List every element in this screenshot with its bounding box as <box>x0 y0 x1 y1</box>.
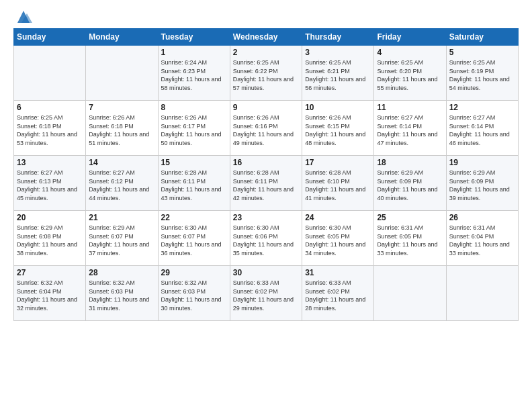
day-cell: 16Sunrise: 6:28 AMSunset: 6:11 PMDayligh… <box>230 156 302 211</box>
day-cell: 15Sunrise: 6:28 AMSunset: 6:11 PMDayligh… <box>158 156 230 211</box>
day-number: 8 <box>161 103 227 112</box>
day-info: Sunrise: 6:32 AMSunset: 6:03 PMDaylight:… <box>89 279 154 312</box>
weekday-header-sunday: Sunday <box>14 29 86 46</box>
day-number: 3 <box>305 48 371 57</box>
day-number: 23 <box>233 213 299 222</box>
day-cell: 11Sunrise: 6:27 AMSunset: 6:14 PMDayligh… <box>374 101 446 156</box>
day-info: Sunrise: 6:30 AMSunset: 6:07 PMDaylight:… <box>161 224 227 257</box>
day-info: Sunrise: 6:27 AMSunset: 6:14 PMDaylight:… <box>377 113 443 147</box>
day-cell: 22Sunrise: 6:30 AMSunset: 6:07 PMDayligh… <box>158 211 230 266</box>
day-number: 14 <box>89 158 154 167</box>
day-number: 5 <box>449 48 515 57</box>
week-row-4: 20Sunrise: 6:29 AMSunset: 6:08 PMDayligh… <box>14 211 519 266</box>
day-info: Sunrise: 6:26 AMSunset: 6:16 PMDaylight:… <box>233 113 299 147</box>
day-cell: 30Sunrise: 6:33 AMSunset: 6:02 PMDayligh… <box>230 266 302 321</box>
day-number: 7 <box>89 103 154 112</box>
day-number: 18 <box>377 158 443 167</box>
week-row-2: 6Sunrise: 6:25 AMSunset: 6:18 PMDaylight… <box>14 101 519 156</box>
day-number: 22 <box>161 213 227 222</box>
day-number: 26 <box>449 213 515 222</box>
day-info: Sunrise: 6:27 AMSunset: 6:12 PMDaylight:… <box>89 169 154 202</box>
day-cell <box>374 266 446 321</box>
day-number: 19 <box>449 158 515 167</box>
day-info: Sunrise: 6:25 AMSunset: 6:18 PMDaylight:… <box>17 113 83 147</box>
day-number: 20 <box>17 213 83 222</box>
header <box>13 11 519 21</box>
page: SundayMondayTuesdayWednesdayThursdayFrid… <box>0 0 532 411</box>
day-number: 24 <box>305 213 371 222</box>
logo <box>13 11 32 21</box>
day-cell: 2Sunrise: 6:25 AMSunset: 6:22 PMDaylight… <box>230 46 302 101</box>
day-cell <box>446 266 518 321</box>
day-info: Sunrise: 6:32 AMSunset: 6:03 PMDaylight:… <box>161 279 227 312</box>
day-info: Sunrise: 6:26 AMSunset: 6:15 PMDaylight:… <box>305 113 371 147</box>
weekday-header-row: SundayMondayTuesdayWednesdayThursdayFrid… <box>14 29 519 46</box>
day-number: 4 <box>377 48 443 57</box>
day-number: 29 <box>161 268 227 277</box>
day-number: 2 <box>233 48 299 57</box>
day-cell: 29Sunrise: 6:32 AMSunset: 6:03 PMDayligh… <box>158 266 230 321</box>
day-info: Sunrise: 6:26 AMSunset: 6:18 PMDaylight:… <box>89 113 154 147</box>
day-cell: 27Sunrise: 6:32 AMSunset: 6:04 PMDayligh… <box>14 266 86 321</box>
day-cell: 23Sunrise: 6:30 AMSunset: 6:06 PMDayligh… <box>230 211 302 266</box>
day-info: Sunrise: 6:30 AMSunset: 6:06 PMDaylight:… <box>233 224 299 257</box>
day-info: Sunrise: 6:28 AMSunset: 6:11 PMDaylight:… <box>233 169 299 202</box>
weekday-header-wednesday: Wednesday <box>230 29 302 46</box>
day-number: 9 <box>233 103 299 112</box>
week-row-1: 1Sunrise: 6:24 AMSunset: 6:23 PMDaylight… <box>14 46 519 101</box>
day-cell <box>86 46 158 101</box>
day-cell: 25Sunrise: 6:31 AMSunset: 6:05 PMDayligh… <box>374 211 446 266</box>
day-cell: 17Sunrise: 6:28 AMSunset: 6:10 PMDayligh… <box>302 156 374 211</box>
day-info: Sunrise: 6:29 AMSunset: 6:08 PMDaylight:… <box>17 224 83 257</box>
day-number: 6 <box>17 103 83 112</box>
day-info: Sunrise: 6:31 AMSunset: 6:05 PMDaylight:… <box>377 224 443 257</box>
day-cell: 14Sunrise: 6:27 AMSunset: 6:12 PMDayligh… <box>86 156 158 211</box>
day-cell: 9Sunrise: 6:26 AMSunset: 6:16 PMDaylight… <box>230 101 302 156</box>
day-info: Sunrise: 6:28 AMSunset: 6:10 PMDaylight:… <box>305 169 371 202</box>
day-cell: 24Sunrise: 6:30 AMSunset: 6:05 PMDayligh… <box>302 211 374 266</box>
day-info: Sunrise: 6:31 AMSunset: 6:04 PMDaylight:… <box>449 224 515 257</box>
logo-icon <box>15 9 32 24</box>
day-cell: 3Sunrise: 6:25 AMSunset: 6:21 PMDaylight… <box>302 46 374 101</box>
day-number: 11 <box>377 103 443 112</box>
day-number: 10 <box>305 103 371 112</box>
day-number: 30 <box>233 268 299 277</box>
day-info: Sunrise: 6:33 AMSunset: 6:02 PMDaylight:… <box>233 279 299 312</box>
day-number: 25 <box>377 213 443 222</box>
day-cell: 8Sunrise: 6:26 AMSunset: 6:17 PMDaylight… <box>158 101 230 156</box>
day-info: Sunrise: 6:28 AMSunset: 6:11 PMDaylight:… <box>161 169 227 202</box>
day-info: Sunrise: 6:24 AMSunset: 6:23 PMDaylight:… <box>161 58 227 92</box>
day-info: Sunrise: 6:25 AMSunset: 6:22 PMDaylight:… <box>233 58 299 92</box>
day-info: Sunrise: 6:32 AMSunset: 6:04 PMDaylight:… <box>17 279 83 312</box>
day-cell <box>14 46 86 101</box>
day-cell: 1Sunrise: 6:24 AMSunset: 6:23 PMDaylight… <box>158 46 230 101</box>
day-cell: 7Sunrise: 6:26 AMSunset: 6:18 PMDaylight… <box>86 101 158 156</box>
day-cell: 13Sunrise: 6:27 AMSunset: 6:13 PMDayligh… <box>14 156 86 211</box>
day-cell: 6Sunrise: 6:25 AMSunset: 6:18 PMDaylight… <box>14 101 86 156</box>
day-info: Sunrise: 6:27 AMSunset: 6:13 PMDaylight:… <box>17 169 83 202</box>
day-number: 31 <box>305 268 371 277</box>
day-info: Sunrise: 6:30 AMSunset: 6:05 PMDaylight:… <box>305 224 371 257</box>
day-number: 17 <box>305 158 371 167</box>
day-info: Sunrise: 6:25 AMSunset: 6:19 PMDaylight:… <box>449 58 515 92</box>
day-number: 27 <box>17 268 83 277</box>
day-cell: 10Sunrise: 6:26 AMSunset: 6:15 PMDayligh… <box>302 101 374 156</box>
day-number: 12 <box>449 103 515 112</box>
weekday-header-saturday: Saturday <box>446 29 518 46</box>
day-cell: 18Sunrise: 6:29 AMSunset: 6:09 PMDayligh… <box>374 156 446 211</box>
day-cell: 21Sunrise: 6:29 AMSunset: 6:07 PMDayligh… <box>86 211 158 266</box>
day-number: 16 <box>233 158 299 167</box>
day-number: 13 <box>17 158 83 167</box>
day-info: Sunrise: 6:26 AMSunset: 6:17 PMDaylight:… <box>161 113 227 147</box>
weekday-header-friday: Friday <box>374 29 446 46</box>
day-info: Sunrise: 6:25 AMSunset: 6:21 PMDaylight:… <box>305 58 371 92</box>
day-cell: 5Sunrise: 6:25 AMSunset: 6:19 PMDaylight… <box>446 46 518 101</box>
day-number: 1 <box>161 48 227 57</box>
day-info: Sunrise: 6:33 AMSunset: 6:02 PMDaylight:… <box>305 279 371 312</box>
day-cell: 20Sunrise: 6:29 AMSunset: 6:08 PMDayligh… <box>14 211 86 266</box>
day-cell: 26Sunrise: 6:31 AMSunset: 6:04 PMDayligh… <box>446 211 518 266</box>
day-number: 28 <box>89 268 154 277</box>
day-info: Sunrise: 6:29 AMSunset: 6:07 PMDaylight:… <box>89 224 154 257</box>
weekday-header-thursday: Thursday <box>302 29 374 46</box>
day-info: Sunrise: 6:29 AMSunset: 6:09 PMDaylight:… <box>449 169 515 202</box>
